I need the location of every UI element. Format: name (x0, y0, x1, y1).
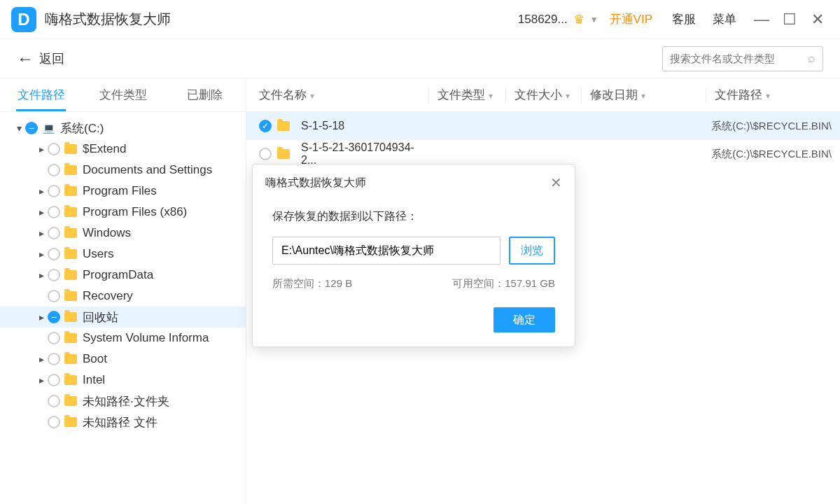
close-button[interactable]: ✕ (806, 8, 829, 31)
back-button[interactable]: ← 返回 (17, 49, 64, 69)
save-path-input[interactable]: E:\Auntec\嗨格式数据恢复大师 (272, 237, 500, 265)
user-info[interactable]: 158629... ♛ ▼ (518, 12, 598, 27)
tree-item[interactable]: ▸未知路径·文件夹 (0, 391, 246, 412)
checkbox[interactable] (48, 290, 60, 302)
dialog-header: 嗨格式数据恢复大师 ✕ (253, 164, 575, 201)
checkbox[interactable] (48, 185, 60, 197)
tab-file-path[interactable]: 文件路径 (0, 78, 82, 111)
sidebar: 文件路径 文件类型 已删除 ▾−💻系统(C:)▸$Extend▸Document… (0, 78, 246, 504)
chevron-icon[interactable]: ▸ (35, 374, 48, 386)
chevron-down-icon: ▼ (590, 15, 598, 24)
folder-icon (277, 149, 290, 159)
folder-icon (64, 417, 77, 427)
minimize-button[interactable]: — (750, 8, 773, 31)
tree-item-label: 未知路径 文件 (83, 414, 158, 430)
app-logo: D (11, 7, 36, 32)
save-dialog: 嗨格式数据恢复大师 ✕ 保存恢复的数据到以下路径： E:\Auntec\嗨格式数… (252, 164, 575, 347)
dialog-title: 嗨格式数据恢复大师 (265, 176, 366, 190)
checkbox[interactable] (48, 227, 60, 239)
col-name[interactable]: 文件名称 ▾ (246, 87, 428, 103)
tree-item-label: 回收站 (83, 309, 118, 326)
folder-icon (64, 207, 77, 217)
tree-item[interactable]: ▸System Volume Informa (0, 328, 246, 349)
chevron-icon[interactable]: ▸ (35, 144, 48, 155)
needed-space: 所需空间：129 B (272, 277, 452, 290)
checkbox[interactable] (48, 269, 60, 281)
tree-item[interactable]: ▸$Extend (0, 139, 246, 160)
tree-item[interactable]: ▸ProgramData (0, 265, 246, 286)
checkbox[interactable] (48, 416, 60, 428)
support-button[interactable]: 客服 (672, 11, 696, 27)
checkbox[interactable]: − (25, 122, 38, 134)
dialog-close-button[interactable]: ✕ (550, 174, 562, 191)
checkbox[interactable]: − (48, 311, 60, 323)
tree-item[interactable]: ▸−回收站 (0, 307, 246, 328)
back-label: 返回 (39, 50, 64, 67)
available-space: 可用空间：157.91 GB (452, 277, 555, 290)
chevron-icon[interactable]: ▸ (35, 312, 48, 323)
tree-item-label: Boot (83, 352, 107, 366)
tree-item[interactable]: ▸Documents and Settings (0, 160, 246, 181)
tree-item[interactable]: ▸Intel (0, 370, 246, 391)
tree-item[interactable]: ▸Users (0, 244, 246, 265)
search-input[interactable] (670, 52, 808, 64)
tree-item[interactable]: ▸Recovery (0, 286, 246, 307)
tree-item[interactable]: ▸Program Files (x86) (0, 202, 246, 223)
menu-button[interactable]: 菜单 (713, 11, 736, 27)
chevron-icon[interactable]: ▸ (35, 248, 48, 260)
tree-item-label: Recovery (83, 289, 133, 303)
tree-item-label: $Extend (83, 142, 126, 156)
checkbox[interactable] (48, 164, 60, 176)
folder-icon (64, 375, 77, 385)
chevron-icon[interactable]: ▸ (35, 186, 48, 197)
chevron-icon[interactable]: ▸ (35, 206, 48, 218)
tree-item-label: 未知路径·文件夹 (83, 393, 169, 410)
file-path: 系统(C:)\$RECYCLE.BIN\ (711, 148, 840, 161)
folder-icon (64, 186, 77, 196)
file-row[interactable]: ✓S-1-5-18系统(C:)\$RECYCLE.BIN\ (246, 112, 840, 140)
tree-item[interactable]: ▸Boot (0, 349, 246, 370)
folder-icon (64, 291, 77, 301)
vip-button[interactable]: 开通VIP (610, 11, 652, 27)
col-size[interactable]: 文件大小 ▾ (505, 87, 581, 103)
col-type[interactable]: 文件类型 ▾ (428, 87, 505, 103)
maximize-button[interactable]: ☐ (778, 8, 801, 31)
crown-icon: ♛ (573, 12, 584, 27)
chevron-icon[interactable]: ▸ (35, 354, 48, 365)
tree-item[interactable]: ▸Program Files (0, 181, 246, 202)
checkbox[interactable] (48, 395, 60, 407)
checkbox[interactable] (48, 374, 60, 386)
tree-item-label: Program Files (83, 184, 157, 198)
chevron-icon[interactable]: ▸ (35, 227, 48, 239)
browse-button[interactable]: 浏览 (509, 237, 555, 265)
tree-item-label: Documents and Settings (83, 163, 212, 177)
tree-item-label: System Volume Informa (83, 331, 209, 345)
col-date[interactable]: 修改日期 ▾ (581, 87, 706, 103)
back-arrow-icon: ← (17, 49, 34, 69)
tree-item[interactable]: ▸Windows (0, 223, 246, 244)
toolbar: ← 返回 ⌕ (0, 39, 840, 78)
chevron-icon[interactable]: ▸ (35, 270, 48, 281)
titlebar: D 嗨格式数据恢复大师 158629... ♛ ▼ 开通VIP 客服 菜单 — … (0, 0, 840, 39)
col-path[interactable]: 文件路径 ▾ (706, 87, 840, 103)
file-name: S-1-5-21-3601704934-2... (301, 141, 428, 167)
file-name: S-1-5-18 (301, 120, 344, 132)
checkbox[interactable] (48, 353, 60, 365)
tab-deleted[interactable]: 已删除 (164, 78, 246, 111)
column-header: 文件名称 ▾ 文件类型 ▾ 文件大小 ▾ 修改日期 ▾ 文件路径 ▾ (246, 78, 840, 112)
checkbox[interactable] (48, 248, 60, 260)
file-checkbox[interactable] (259, 148, 272, 160)
file-checkbox[interactable]: ✓ (259, 120, 272, 132)
tab-file-type[interactable]: 文件类型 (82, 78, 164, 111)
checkbox[interactable] (48, 332, 60, 344)
tree-item-label: Windows (83, 226, 131, 240)
tree-item-label: Program Files (x86) (83, 205, 187, 219)
checkbox[interactable] (48, 206, 60, 218)
chevron-icon[interactable]: ▾ (13, 122, 25, 134)
search-icon: ⌕ (808, 51, 816, 66)
tree-item[interactable]: ▸未知路径 文件 (0, 412, 246, 433)
search-box[interactable]: ⌕ (662, 46, 823, 71)
checkbox[interactable] (48, 143, 60, 155)
tree-item[interactable]: ▾−💻系统(C:) (0, 118, 246, 139)
confirm-button[interactable]: 确定 (493, 307, 555, 332)
